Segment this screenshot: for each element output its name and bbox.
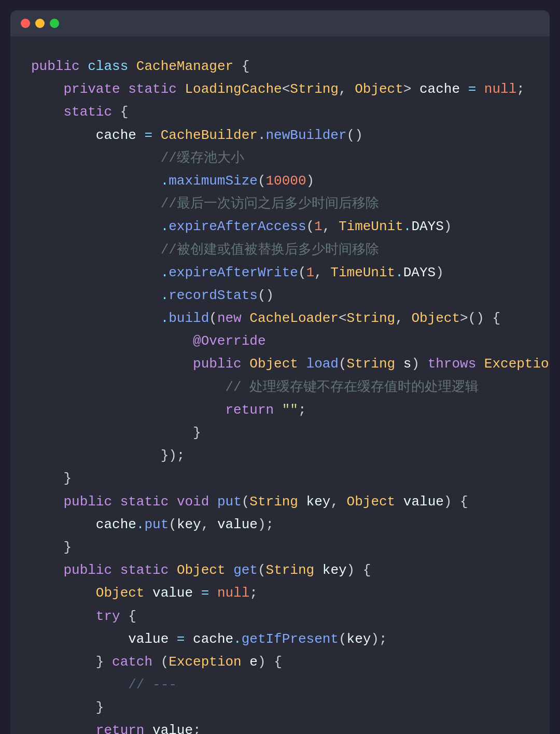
titlebar	[10, 10, 550, 36]
code-line-30: } catch (Exception e) {	[31, 651, 529, 673]
minimize-button[interactable]	[35, 19, 45, 28]
code-line-23: cache.put(key, value);	[31, 513, 529, 536]
code-line-28: try {	[31, 605, 529, 628]
code-window: public class CacheManager { private stat…	[10, 10, 550, 734]
maximize-button[interactable]	[50, 19, 59, 28]
code-editor: public class CacheManager { private stat…	[10, 36, 550, 734]
code-line-5: cache = CacheBuilder.newBuilder()	[31, 124, 529, 147]
code-line-26: public static Object get(String key) {	[31, 559, 529, 582]
code-line-8: //最后一次访问之后多少时间后移除	[31, 192, 529, 215]
code-line-22: public static void put(String key, Objec…	[31, 490, 529, 513]
code-line-19: });	[31, 444, 529, 467]
code-line-2: private static LoadingCache<String, Obje…	[31, 78, 529, 101]
code-line-29: value = cache.getIfPresent(key);	[31, 628, 529, 651]
code-line-1: public class CacheManager {	[31, 55, 529, 78]
code-line-10: //被创建或值被替换后多少时间移除	[31, 238, 529, 261]
code-line-11: .expireAfterWrite(1, TimeUnit.DAYS)	[31, 261, 529, 284]
code-line-6: //缓存池大小	[31, 147, 529, 170]
code-line-17: return "";	[31, 399, 529, 421]
code-line-4: static {	[31, 101, 529, 123]
code-line-16: // 处理缓存键不存在缓存值时的处理逻辑	[31, 376, 529, 399]
code-line-9: .expireAfterAccess(1, TimeUnit.DAYS)	[31, 215, 529, 238]
code-line-33: return value;	[31, 719, 529, 734]
code-line-14: @Override	[31, 330, 529, 352]
code-line-13: .build(new CacheLoader<String, Object>()…	[31, 307, 529, 330]
code-line-24: }	[31, 536, 529, 559]
code-line-27: Object value = null;	[31, 582, 529, 604]
close-button[interactable]	[21, 19, 30, 28]
code-line-20: }	[31, 467, 529, 490]
code-line-12: .recordStats()	[31, 284, 529, 307]
code-line-32: }	[31, 696, 529, 719]
code-line-7: .maximumSize(10000)	[31, 170, 529, 192]
code-line-18: }	[31, 421, 529, 444]
code-line-15: public Object load(String s) throws Exce…	[31, 352, 529, 375]
code-line-31: // ---	[31, 673, 529, 696]
